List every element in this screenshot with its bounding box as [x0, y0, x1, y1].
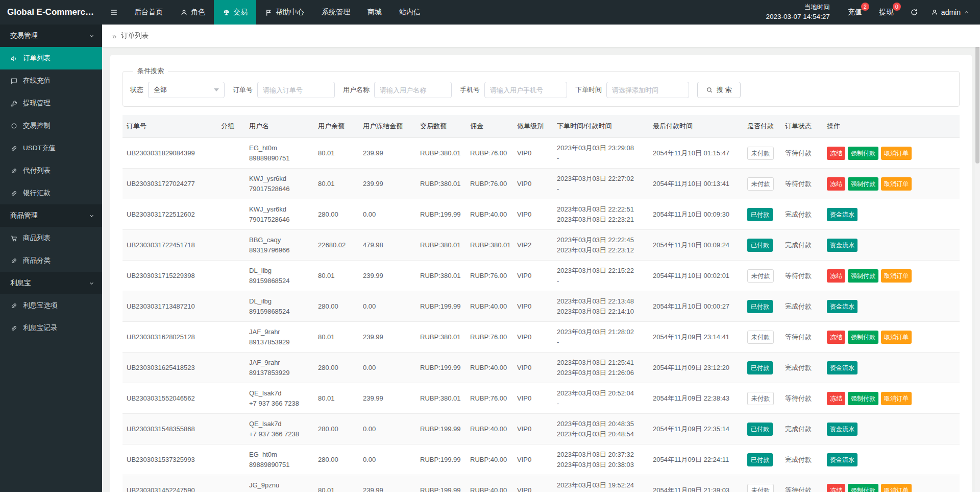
force-pay-button[interactable]: 强制付款 [848, 484, 878, 492]
freeze-button[interactable]: 冻结 [827, 331, 845, 344]
status-select[interactable]: 全部 [148, 82, 225, 98]
hamburger-icon[interactable] [102, 0, 126, 25]
admin-menu[interactable]: admin [926, 0, 980, 25]
sidebar-group-0[interactable]: 交易管理 [0, 25, 102, 47]
status-filter: 状态 全部 [130, 82, 225, 98]
sidebar-item-3[interactable]: 提现管理 [0, 92, 102, 114]
scrollbar-thumb[interactable] [975, 46, 979, 163]
cell-order-time: 2023年03月03日 20:48:352023年03月03日 20:48:54 [553, 414, 649, 444]
cell-frozen: 0.00 [359, 444, 416, 475]
search-panel: 条件搜索 状态 全部 订单号 [122, 66, 960, 107]
order-time-text: 2023年03月03日 19:52:24 [557, 480, 645, 490]
sidebar: 交易管理订单列表在线充值提现管理交易控制USDT充值代付列表银行汇款商品管理商品… [0, 25, 102, 492]
cell-paid: 未付款 [743, 475, 781, 492]
cell-group [217, 291, 245, 322]
cancel-order-button[interactable]: 取消订单 [881, 392, 912, 405]
top-menu-item-3[interactable]: 帮助中心 [256, 0, 313, 25]
sidebar-item-label: 在线充值 [23, 76, 51, 85]
sidebar-item-10[interactable]: 商品分类 [0, 249, 102, 272]
order-time-text: 2023年03月03日 20:37:32 [557, 450, 645, 460]
fund-flow-button[interactable]: 资金流水 [827, 453, 857, 466]
fund-flow-button[interactable]: 资金流水 [827, 239, 857, 252]
order-time-input[interactable] [606, 82, 689, 98]
status-select-value: 全部 [154, 85, 167, 95]
sidebar-item-13[interactable]: 利息宝记录 [0, 317, 102, 339]
main-area: » 订单列表 条件搜索 状态 全部 [102, 25, 980, 492]
top-menu-item-2[interactable]: 交易 [214, 0, 256, 25]
account-text: 89889890751 [249, 460, 310, 470]
cancel-order-button[interactable]: 取消订单 [881, 269, 912, 283]
top-menu-item-6[interactable]: 站内信 [390, 0, 429, 25]
force-pay-button[interactable]: 强制付款 [848, 392, 878, 405]
order-time-text: 2023年03月03日 22:13:48 [557, 296, 645, 307]
freeze-button[interactable]: 冻结 [827, 392, 845, 405]
cell-level: VIP0 [513, 444, 553, 475]
top-menu-item-5[interactable]: 商城 [359, 0, 390, 25]
cell-paid: 未付款 [743, 169, 781, 199]
sidebar-item-7[interactable]: 银行汇款 [0, 182, 102, 204]
order-no-input[interactable] [257, 82, 335, 98]
cell-commission: RUBP:40.00 [466, 291, 513, 322]
freeze-button[interactable]: 冻结 [827, 147, 845, 160]
search-icon [706, 86, 713, 93]
flag-icon [265, 9, 273, 16]
cancel-order-button[interactable]: 取消订单 [881, 484, 912, 492]
sidebar-item-9[interactable]: 商品列表 [0, 227, 102, 249]
cell-order-time: 2023年03月03日 20:37:322023年03月03日 20:38:03 [553, 444, 649, 475]
cell-order-time: 2023年03月03日 19:52:24- [553, 475, 649, 492]
force-pay-button[interactable]: 强制付款 [848, 269, 878, 283]
search-button[interactable]: 搜 索 [697, 82, 741, 98]
chevron-down-icon [88, 33, 95, 39]
cell-commission: RUBP:76.00 [466, 261, 513, 291]
cell-order-no: UB2303031722451718 [122, 230, 217, 261]
scrollbar-track[interactable] [975, 25, 980, 492]
recharge-button[interactable]: 充值 2 [839, 0, 871, 25]
fund-flow-button[interactable]: 资金流水 [827, 300, 857, 313]
cancel-order-button[interactable]: 取消订单 [881, 177, 912, 191]
top-menu-item-4[interactable]: 系统管理 [313, 0, 359, 25]
sidebar-item-2[interactable]: 在线充值 [0, 69, 102, 92]
cell-frozen: 239.99 [359, 322, 416, 353]
app-logo: Global E-Commerce... [0, 0, 102, 25]
freeze-button[interactable]: 冻结 [827, 484, 845, 492]
cell-order-time: 2023年03月03日 20:52:04- [553, 383, 649, 414]
refresh-button[interactable] [902, 0, 926, 25]
username-text: DL_ilbg [249, 266, 310, 276]
account-text: 89319796966 [249, 245, 310, 255]
cancel-order-button[interactable]: 取消订单 [881, 331, 912, 344]
username-input[interactable] [374, 82, 452, 98]
cancel-order-button[interactable]: 取消订单 [881, 147, 912, 160]
sidebar-item-6[interactable]: 代付列表 [0, 159, 102, 182]
cell-status: 完成付款 [781, 230, 823, 261]
sidebar-group-8[interactable]: 商品管理 [0, 204, 102, 227]
column-header-1: 分组 [217, 115, 245, 138]
cell-status: 完成付款 [781, 414, 823, 444]
sidebar-group-label: 商品管理 [10, 211, 38, 220]
withdraw-button[interactable]: 提现 0 [871, 0, 902, 25]
sidebar-group-11[interactable]: 利息宝 [0, 272, 102, 294]
top-menu-item-1[interactable]: 角色 [172, 0, 214, 25]
force-pay-button[interactable]: 强制付款 [848, 147, 878, 160]
account-text: 89137853929 [249, 337, 310, 347]
phone-input[interactable] [484, 82, 567, 98]
force-pay-button[interactable]: 强制付款 [848, 331, 878, 344]
account-text: +7 937 366 7238 [249, 399, 310, 409]
sidebar-item-1[interactable]: 订单列表 [0, 47, 102, 69]
fund-flow-button[interactable]: 资金流水 [827, 361, 857, 374]
cell-balance: 22680.02 [314, 230, 359, 261]
cell-frozen: 239.99 [359, 261, 416, 291]
sidebar-item-4[interactable]: 交易控制 [0, 114, 102, 137]
sidebar-item-label: 订单列表 [23, 54, 51, 63]
fund-flow-button[interactable]: 资金流水 [827, 208, 857, 221]
top-menu-item-0[interactable]: 后台首页 [126, 0, 172, 25]
cell-balance: 280.00 [314, 291, 359, 322]
sidebar-item-12[interactable]: 利息宝选项 [0, 294, 102, 317]
link-icon [10, 167, 18, 175]
force-pay-button[interactable]: 强制付款 [848, 177, 878, 191]
freeze-button[interactable]: 冻结 [827, 177, 845, 191]
sidebar-item-5[interactable]: USDT充值 [0, 137, 102, 159]
cell-frozen: 0.00 [359, 199, 416, 230]
fund-flow-button[interactable]: 资金流水 [827, 423, 857, 436]
freeze-button[interactable]: 冻结 [827, 269, 845, 283]
cell-balance: 280.00 [314, 444, 359, 475]
